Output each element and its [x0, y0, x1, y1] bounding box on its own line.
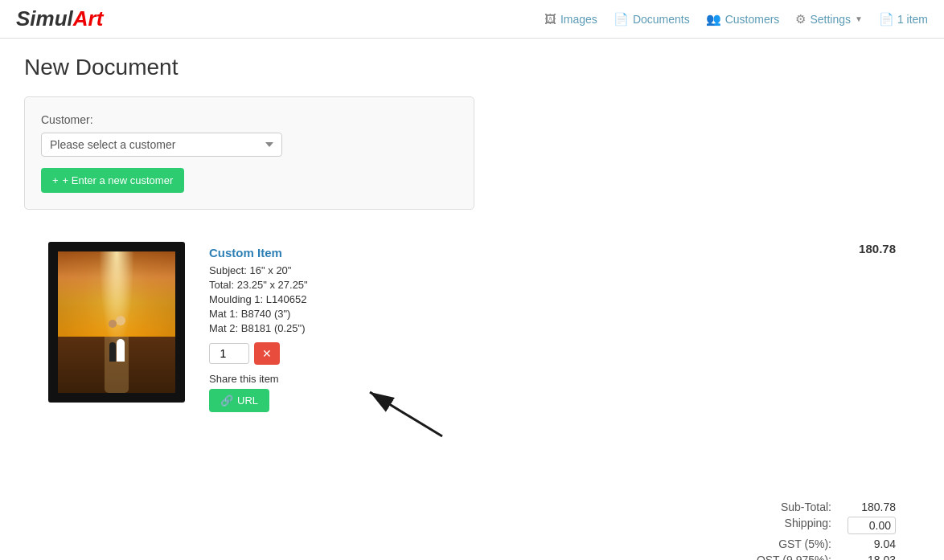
shipping-row: Shipping:	[735, 517, 896, 534]
page-title: New Document	[24, 55, 920, 80]
item-row: Custom Item Subject: 16" x 20" Total: 23…	[24, 234, 920, 420]
logo: SimulArt	[16, 6, 103, 31]
quantity-input[interactable]	[209, 343, 249, 364]
enter-customer-button[interactable]: + + Enter a new customer	[41, 168, 184, 193]
summary-section: Sub-Total: 180.78 Shipping: GST (5%): 9.…	[24, 501, 920, 560]
cart-icon: 📄	[879, 12, 894, 27]
settings-icon: ⚙	[795, 12, 806, 27]
frame-preview	[48, 242, 185, 403]
subtotal-label: Sub-Total:	[751, 501, 831, 513]
qst-row: QST (9.975%): 18.03	[735, 554, 896, 560]
gst-value: 9.04	[848, 538, 896, 550]
summary-table: Sub-Total: 180.78 Shipping: GST (5%): 9.…	[735, 501, 896, 560]
item-moulding: Moulding 1: L140652	[209, 293, 920, 305]
image-icon: 🖼	[544, 12, 556, 26]
logo-simul: Simul	[16, 6, 73, 31]
link-icon: 🔗	[220, 394, 233, 407]
subtotal-value: 180.78	[848, 501, 896, 513]
customers-icon: 👥	[706, 12, 721, 27]
qst-value: 18.03	[848, 554, 896, 560]
item-title: Custom Item	[209, 246, 920, 260]
item-details: Custom Item Subject: 16" x 20" Total: 23…	[185, 242, 920, 412]
shipping-label: Shipping:	[751, 517, 831, 534]
shipping-input[interactable]	[848, 517, 896, 534]
chevron-down-icon: ▼	[855, 14, 863, 23]
header: SimulArt 🖼 Images 📄 Documents 👥 Customer…	[0, 0, 944, 39]
item-mat2: Mat 2: B8181 (0.25")	[209, 322, 920, 334]
nav-settings[interactable]: ⚙ Settings ▼	[795, 12, 863, 27]
nav-documents[interactable]: 📄 Documents	[614, 12, 690, 27]
remove-item-button[interactable]: ✕	[254, 342, 280, 365]
arrow-svg	[338, 380, 466, 444]
gst-label: GST (5%):	[751, 538, 831, 550]
item-total-size: Total: 23.25" x 27.25"	[209, 279, 920, 291]
customer-card: Customer: Please select a customer + + E…	[24, 96, 474, 210]
document-icon: 📄	[614, 12, 629, 27]
customer-label: Customer:	[41, 113, 458, 126]
main-content: New Document Customer: Please select a c…	[0, 39, 944, 560]
logo-art: Art	[73, 6, 104, 31]
url-share-button[interactable]: 🔗 URL	[209, 389, 269, 412]
item-mat1: Mat 1: B8740 (3")	[209, 308, 920, 320]
customer-select[interactable]: Please select a customer	[41, 133, 282, 157]
photo-background	[58, 251, 175, 393]
item-subject: Subject: 16" x 20"	[209, 264, 920, 276]
plus-icon: +	[52, 174, 59, 186]
quantity-row: ✕	[209, 342, 920, 365]
item-price: 180.78	[859, 242, 896, 255]
subtotal-row: Sub-Total: 180.78	[735, 501, 896, 513]
nav-images[interactable]: 🖼 Images	[544, 12, 597, 26]
qst-label: QST (9.975%):	[751, 554, 831, 560]
nav-customers[interactable]: 👥 Customers	[706, 12, 780, 27]
share-label: Share this item	[209, 373, 920, 385]
arrow-indicator	[24, 420, 920, 484]
nav-cart[interactable]: 📄 1 item	[879, 12, 928, 27]
nav: 🖼 Images 📄 Documents 👥 Customers ⚙ Setti…	[544, 12, 928, 27]
gst-row: GST (5%): 9.04	[735, 538, 896, 550]
